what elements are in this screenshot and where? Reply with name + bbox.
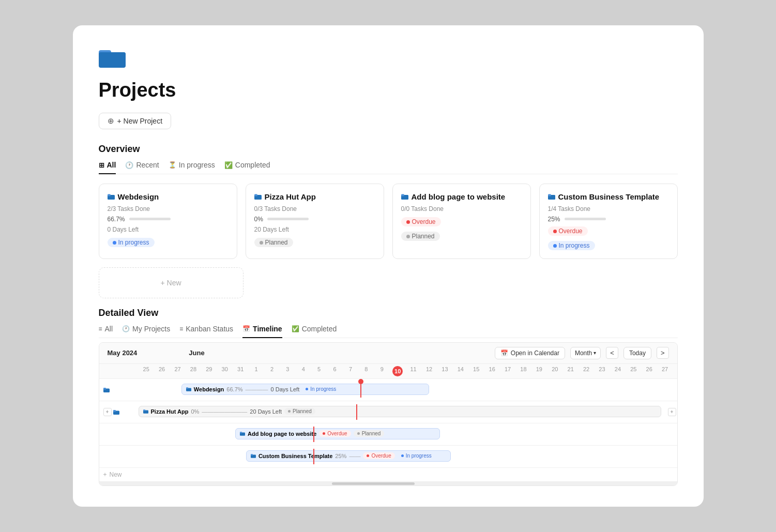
today-button[interactable]: Today bbox=[623, 347, 651, 359]
tab-recent[interactable]: 🕐 Recent bbox=[125, 161, 159, 174]
chevron-down-icon: ▾ bbox=[594, 350, 596, 356]
date-j13: 13 bbox=[437, 364, 452, 378]
dtab-all[interactable]: ≡ All bbox=[99, 325, 113, 338]
overview-title: Overview bbox=[99, 144, 678, 155]
new-project-card[interactable]: + New bbox=[99, 267, 244, 298]
plus-icon: + bbox=[103, 471, 107, 478]
date-25: 25 bbox=[139, 364, 154, 378]
date-27: 27 bbox=[170, 364, 185, 378]
detailed-tab-bar: ≡ All 🕐 My Projects ≡ Kanban Status 📅 Ti… bbox=[99, 325, 678, 338]
folder-sm-icon-2 bbox=[254, 193, 262, 200]
next-nav-button[interactable]: > bbox=[657, 347, 669, 359]
today-dot-1 bbox=[358, 379, 363, 384]
timeline-row-pizzahut: + Pizza Hut App 0% ———————— 20 Days Left bbox=[99, 401, 677, 423]
timeline-new-row[interactable]: + New bbox=[99, 468, 677, 481]
dtab-myprojects[interactable]: 🕐 My Projects bbox=[122, 325, 170, 338]
dtab-completed[interactable]: ✅ Completed bbox=[292, 325, 337, 338]
overview-section: Overview ⊞ All 🕐 Recent ⏳ In progress ✅ … bbox=[99, 144, 678, 298]
pizzahut-tasks: 0/3 Tasks Done bbox=[254, 205, 375, 212]
svg-rect-10 bbox=[548, 194, 551, 196]
date-30: 30 bbox=[217, 364, 233, 378]
timeline-area: May 2024 June 📅 Open in Calendar Month ▾… bbox=[99, 342, 678, 486]
date-j8: 8 bbox=[358, 364, 374, 378]
date-j15: 15 bbox=[468, 364, 484, 378]
svg-rect-22 bbox=[251, 454, 253, 455]
custombiz-status-inprogress: In progress bbox=[548, 241, 595, 250]
main-card: Projects ⊕ + New Project Overview ⊞ All … bbox=[73, 25, 704, 507]
date-29: 29 bbox=[201, 364, 217, 378]
date-j11: 11 bbox=[405, 364, 421, 378]
folder-icon-tl1 bbox=[103, 387, 110, 392]
check-circle-icon: ✅ bbox=[224, 161, 233, 169]
new-row-label: New bbox=[110, 471, 122, 478]
timeline-row-webdesign: Webdesign 66.7% ———— 0 Days Left In prog… bbox=[99, 379, 677, 401]
tab-inprogress-label: In progress bbox=[179, 161, 215, 169]
timeline-header: May 2024 June 📅 Open in Calendar Month ▾… bbox=[99, 343, 677, 364]
date-j18: 18 bbox=[515, 364, 531, 378]
date-j12: 12 bbox=[421, 364, 437, 378]
project-card-pizzahut[interactable]: Pizza Hut App 0/3 Tasks Done 0% 20 Days … bbox=[246, 184, 384, 260]
date-j26: 26 bbox=[642, 364, 657, 378]
blogpage-bar: Add blog page to website Overdue Planned bbox=[235, 428, 440, 439]
timeline-months-label: May 2024 June bbox=[108, 349, 205, 357]
dtab-kanban[interactable]: ≡ Kanban Status bbox=[179, 325, 233, 338]
today-circle: 10 bbox=[392, 366, 403, 376]
prev-nav-button[interactable]: < bbox=[606, 347, 618, 359]
blogpage-status-planned: Planned bbox=[401, 232, 440, 241]
blogpage-status-overdue: Overdue bbox=[401, 217, 441, 226]
timeline-dates-row: 25 26 27 28 29 30 31 1 2 3 4 5 6 7 8 9 bbox=[99, 364, 677, 379]
check-circle-icon-2: ✅ bbox=[292, 325, 299, 332]
svg-rect-4 bbox=[108, 194, 111, 196]
date-j2: 2 bbox=[264, 364, 280, 378]
custombiz-tasks: 1/4 Tasks Done bbox=[548, 205, 669, 212]
project-title-webdesign: Webdesign bbox=[108, 192, 229, 201]
detailed-view-title: Detailed View bbox=[99, 308, 678, 318]
open-calendar-button[interactable]: 📅 Open in Calendar bbox=[495, 347, 565, 359]
svg-rect-2 bbox=[99, 52, 126, 67]
tab-completed[interactable]: ✅ Completed bbox=[224, 161, 270, 174]
project-card-webdesign[interactable]: Webdesign 2/3 Tasks Done 66.7% 0 Days Le… bbox=[99, 184, 237, 260]
today-line-1 bbox=[360, 382, 361, 398]
project-card-blogpage[interactable]: Add blog page to website 0/0 Tasks Done … bbox=[392, 184, 531, 260]
folder-sm-icon-4 bbox=[548, 193, 555, 200]
clock-icon-2: 🕐 bbox=[122, 325, 130, 332]
timeline-rows: Webdesign 66.7% ———— 0 Days Left In prog… bbox=[99, 379, 677, 481]
date-26: 26 bbox=[154, 364, 170, 378]
expand-pizzahut-right[interactable]: + bbox=[668, 408, 676, 416]
expand-pizzahut[interactable]: + bbox=[103, 408, 112, 416]
svg-rect-8 bbox=[401, 194, 404, 196]
detailed-view-section: Detailed View ≡ All 🕐 My Projects ≡ Kanb… bbox=[99, 308, 678, 486]
month-select[interactable]: Month ▾ bbox=[570, 347, 601, 359]
plus-circle-icon: ⊕ bbox=[108, 116, 114, 126]
timeline-controls: 📅 Open in Calendar Month ▾ < Today > bbox=[495, 347, 669, 359]
dtab-timeline[interactable]: 📅 Timeline bbox=[242, 325, 282, 338]
overview-tab-bar: ⊞ All 🕐 Recent ⏳ In progress ✅ Completed bbox=[99, 161, 678, 174]
timeline-row-blogpage: Add blog page to website Overdue Planned bbox=[99, 423, 677, 446]
timeline-scrollbar[interactable] bbox=[99, 481, 677, 485]
tab-completed-label: Completed bbox=[235, 161, 270, 169]
tab-all[interactable]: ⊞ All bbox=[99, 161, 116, 174]
date-j7: 7 bbox=[343, 364, 358, 378]
folder-sm-icon-3 bbox=[401, 193, 408, 200]
new-project-button[interactable]: ⊕ + New Project bbox=[99, 113, 172, 129]
tab-inprogress[interactable]: ⏳ In progress bbox=[169, 161, 215, 174]
date-j1: 1 bbox=[248, 364, 264, 378]
scrollbar-thumb[interactable] bbox=[332, 482, 415, 485]
date-j25: 25 bbox=[626, 364, 641, 378]
pizzahut-status: Planned bbox=[254, 238, 293, 247]
june-label: June bbox=[189, 349, 204, 357]
month-label: Month bbox=[575, 349, 592, 357]
today-line-3 bbox=[313, 427, 314, 442]
open-cal-label: Open in Calendar bbox=[511, 349, 559, 357]
project-card-custombiz[interactable]: Custom Business Template 1/4 Tasks Done … bbox=[539, 184, 678, 260]
today-line-4 bbox=[313, 449, 314, 464]
date-31: 31 bbox=[233, 364, 248, 378]
date-j19: 19 bbox=[531, 364, 547, 378]
folder-icon bbox=[99, 46, 126, 68]
custombiz-bar: Custom Business Template 25% —— Overdue … bbox=[246, 450, 451, 462]
date-j21: 21 bbox=[562, 364, 578, 378]
date-j24: 24 bbox=[610, 364, 626, 378]
blogpage-tasks: 0/0 Tasks Done bbox=[401, 205, 522, 212]
date-j9: 9 bbox=[374, 364, 390, 378]
tab-all-label: All bbox=[107, 161, 116, 169]
